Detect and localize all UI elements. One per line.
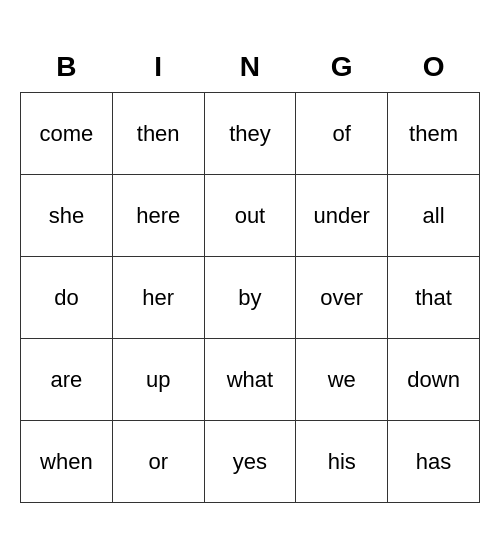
list-item: when xyxy=(21,421,113,503)
list-item: all xyxy=(388,175,480,257)
table-row: doherbyoverthat xyxy=(21,257,480,339)
list-item: or xyxy=(112,421,204,503)
list-item: yes xyxy=(204,421,296,503)
list-item: we xyxy=(296,339,388,421)
table-row: comethentheyofthem xyxy=(21,93,480,175)
list-item: of xyxy=(296,93,388,175)
bingo-container: B I N G O comethentheyofthemshehereoutun… xyxy=(10,31,490,514)
list-item: here xyxy=(112,175,204,257)
list-item: up xyxy=(112,339,204,421)
list-item: under xyxy=(296,175,388,257)
header-i: I xyxy=(112,41,204,93)
list-item: she xyxy=(21,175,113,257)
header-o: O xyxy=(388,41,480,93)
list-item: they xyxy=(204,93,296,175)
list-item: them xyxy=(388,93,480,175)
list-item: down xyxy=(388,339,480,421)
list-item: has xyxy=(388,421,480,503)
list-item: his xyxy=(296,421,388,503)
table-row: areupwhatwedown xyxy=(21,339,480,421)
list-item: out xyxy=(204,175,296,257)
table-row: shehereoutunderall xyxy=(21,175,480,257)
list-item: are xyxy=(21,339,113,421)
bingo-body: comethentheyofthemshehereoutunderalldohe… xyxy=(21,93,480,503)
table-row: whenoryeshishas xyxy=(21,421,480,503)
list-item: by xyxy=(204,257,296,339)
header-g: G xyxy=(296,41,388,93)
list-item: over xyxy=(296,257,388,339)
list-item: come xyxy=(21,93,113,175)
list-item: her xyxy=(112,257,204,339)
bingo-table: B I N G O comethentheyofthemshehereoutun… xyxy=(20,41,480,504)
header-n: N xyxy=(204,41,296,93)
header-b: B xyxy=(21,41,113,93)
list-item: what xyxy=(204,339,296,421)
header-row: B I N G O xyxy=(21,41,480,93)
list-item: that xyxy=(388,257,480,339)
list-item: then xyxy=(112,93,204,175)
list-item: do xyxy=(21,257,113,339)
